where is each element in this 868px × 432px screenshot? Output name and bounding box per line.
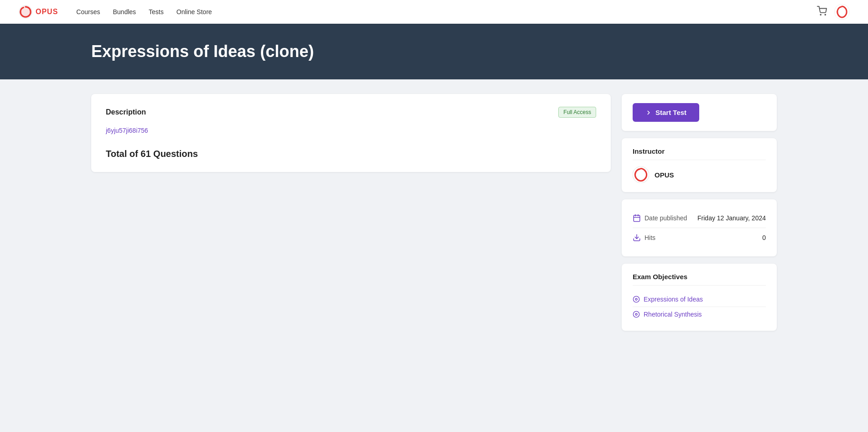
description-header: Description Full Access bbox=[106, 107, 596, 118]
objective-label-2: Rhetorical Synthesis bbox=[644, 311, 702, 318]
logo[interactable]: OPUS bbox=[18, 5, 58, 19]
instructor-name: OPUS bbox=[655, 171, 674, 179]
date-published-label: Date published bbox=[645, 214, 687, 222]
nav-tests[interactable]: Tests bbox=[149, 8, 164, 16]
target-icon-2 bbox=[633, 311, 640, 318]
page-title: Expressions of Ideas (clone) bbox=[91, 42, 777, 61]
date-published-row: Date published Friday 12 January, 2024 bbox=[633, 208, 766, 228]
start-test-button[interactable]: Start Test bbox=[633, 103, 699, 122]
calendar-icon bbox=[633, 214, 641, 222]
meta-card: Date published Friday 12 January, 2024 H… bbox=[622, 199, 777, 256]
hits-label: Hits bbox=[645, 234, 655, 241]
instructor-section-label: Instructor bbox=[633, 147, 766, 160]
hits-value: 0 bbox=[762, 234, 766, 241]
hits-row: Hits 0 bbox=[633, 228, 766, 247]
svg-point-12 bbox=[633, 311, 639, 317]
total-questions: Total of 61 Questions bbox=[106, 149, 596, 159]
opus-logo-icon bbox=[18, 5, 33, 19]
right-panel: Start Test Instructor OPUS bbox=[622, 94, 777, 331]
navbar-right bbox=[817, 4, 850, 20]
svg-point-10 bbox=[633, 296, 639, 302]
description-panel: Description Full Access j6yju57ji68i756 … bbox=[91, 94, 611, 172]
avatar-icon bbox=[834, 4, 850, 20]
download-icon bbox=[633, 234, 641, 242]
svg-point-11 bbox=[635, 298, 637, 300]
cart-icon bbox=[817, 6, 827, 16]
start-test-card: Start Test bbox=[622, 94, 777, 131]
svg-point-1 bbox=[820, 14, 821, 15]
svg-point-13 bbox=[635, 313, 637, 315]
navbar: OPUS Courses Bundles Tests Online Store bbox=[0, 0, 868, 24]
nav-bundles[interactable]: Bundles bbox=[113, 8, 136, 16]
description-code: j6yju57ji68i756 bbox=[106, 127, 596, 134]
svg-rect-5 bbox=[634, 215, 640, 222]
date-published-value: Friday 12 January, 2024 bbox=[697, 214, 766, 222]
nav-courses[interactable]: Courses bbox=[76, 8, 100, 16]
instructor-row: OPUS bbox=[633, 167, 766, 183]
cart-button[interactable] bbox=[817, 6, 827, 18]
nav-online-store[interactable]: Online Store bbox=[177, 8, 212, 16]
nav-links: Courses Bundles Tests Online Store bbox=[76, 8, 817, 16]
instructor-card: Instructor OPUS bbox=[622, 138, 777, 192]
chevron-right-icon bbox=[645, 109, 652, 116]
date-published-left: Date published bbox=[633, 214, 687, 222]
description-label: Description bbox=[106, 108, 146, 116]
exam-objectives-label: Exam Objectives bbox=[633, 273, 766, 286]
logo-text: OPUS bbox=[36, 8, 58, 16]
objective-item-1[interactable]: Expressions of Ideas bbox=[633, 292, 766, 307]
target-icon-1 bbox=[633, 296, 640, 303]
exam-objectives-card: Exam Objectives Expressions of Ideas Rhe… bbox=[622, 264, 777, 331]
hits-left: Hits bbox=[633, 234, 655, 242]
svg-point-2 bbox=[825, 14, 826, 15]
access-badge: Full Access bbox=[558, 107, 596, 118]
hero-banner: Expressions of Ideas (clone) bbox=[0, 24, 868, 79]
user-avatar[interactable] bbox=[834, 4, 850, 20]
instructor-logo-icon bbox=[633, 167, 649, 183]
objective-item-2[interactable]: Rhetorical Synthesis bbox=[633, 307, 766, 322]
main-content: Description Full Access j6yju57ji68i756 … bbox=[0, 79, 868, 345]
objective-label-1: Expressions of Ideas bbox=[644, 296, 703, 303]
instructor-avatar bbox=[633, 167, 649, 183]
